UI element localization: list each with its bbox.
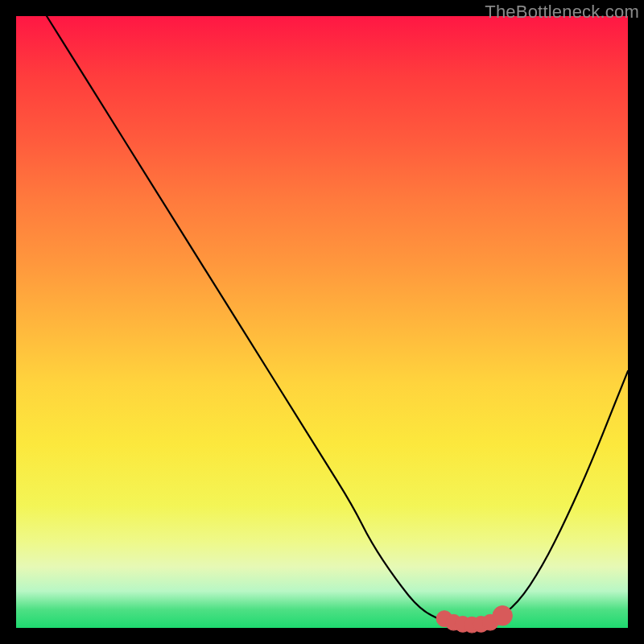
optimal-marker (493, 606, 512, 625)
optimal-range-markers (436, 606, 512, 634)
chart-svg (16, 16, 628, 628)
watermark-text: TheBottleneck.com (485, 2, 639, 23)
plot-area (16, 16, 628, 628)
bottleneck-curve (47, 16, 628, 628)
chart-container: TheBottleneck.com (0, 0, 644, 644)
